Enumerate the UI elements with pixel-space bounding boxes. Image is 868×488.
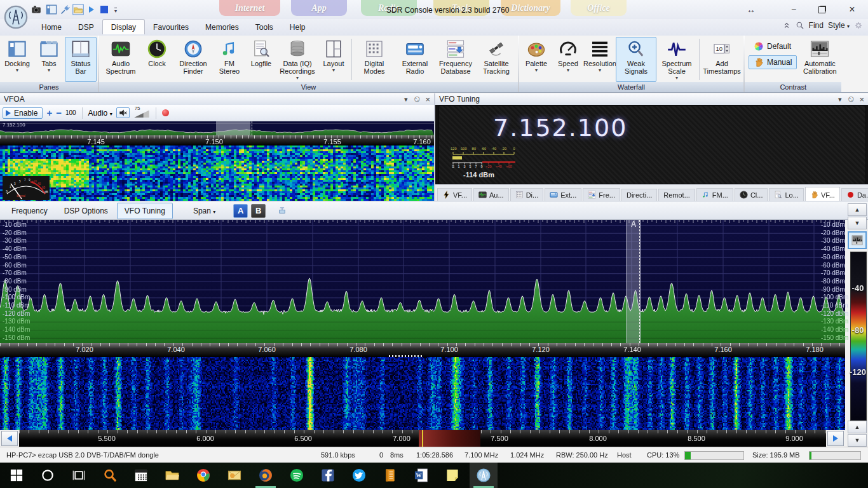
ribbon-button-digital-modes[interactable]: Digital Modes: [354, 37, 395, 82]
ribbon-button-direction-finder[interactable]: Direction Finder: [173, 37, 214, 82]
ribbon-button-data-iq-recordings[interactable]: Data (IQ) Recordings▾: [277, 37, 318, 82]
scroll-up-button[interactable]: ▲: [848, 203, 867, 216]
vfoa-frequency-scale[interactable]: 7.1457.1507.1557.160: [0, 135, 434, 146]
dock-tab-10[interactable]: VF...: [805, 187, 840, 201]
contrast-button[interactable]: [848, 231, 867, 249]
ribbon-button-layout[interactable]: Layout▾: [318, 37, 349, 82]
dock-tab-6[interactable]: Remot...: [658, 189, 695, 201]
scroll-down-button[interactable]: ▼: [848, 217, 867, 229]
quickaccess-stop-button[interactable]: [100, 4, 112, 15]
menu-tab-home[interactable]: Home: [33, 20, 70, 34]
find-label[interactable]: Find: [809, 21, 824, 30]
dock-tab-7[interactable]: FM...: [696, 188, 733, 201]
spectrum-display[interactable]: A: [0, 220, 845, 343]
span-dropdown[interactable]: Span ▾: [186, 203, 223, 219]
taskbar-sdr-console-button[interactable]: [470, 463, 498, 488]
quickaccess-docking-button[interactable]: [46, 4, 57, 15]
ribbon-button-tabs[interactable]: Tabs▾: [33, 37, 65, 82]
vfoa-waterfall[interactable]: S13579+204060dBSignal: [0, 146, 434, 201]
menu-tab-memories[interactable]: Memories: [197, 20, 247, 34]
mute-button[interactable]: [116, 107, 130, 118]
vfo-frequency-readout[interactable]: 7.152.100: [493, 114, 627, 142]
quickaccess-connect-button[interactable]: [60, 4, 71, 15]
ribbon-button-logfile[interactable]: Logfile: [245, 37, 277, 82]
dock-tab-1[interactable]: Au...: [473, 188, 509, 201]
taskbar-chrome-button[interactable]: [189, 463, 217, 488]
taskbar-twitter-button[interactable]: [345, 463, 373, 488]
ribbon-button-manual[interactable]: Manual: [749, 55, 797, 69]
ribbon-button-default[interactable]: Default: [749, 39, 797, 53]
ribbon-button-external-radio[interactable]: External Radio: [395, 37, 435, 82]
vfoa-passband[interactable]: [216, 121, 250, 135]
dock-tab-0[interactable]: VF...: [437, 188, 472, 201]
scroll-down-button[interactable]: ▼: [848, 434, 867, 447]
taskbar-facebook-button[interactable]: [314, 463, 342, 488]
pin-icon[interactable]: ⚇: [845, 94, 855, 104]
menu-tab-tools[interactable]: Tools: [247, 20, 281, 34]
dock-tab-2[interactable]: Di...: [510, 188, 544, 201]
ribbon-button-add-timestamps[interactable]: 10Add Timestamps: [702, 37, 742, 82]
close-panel-icon[interactable]: ×: [859, 95, 864, 104]
ribbon-button-docking[interactable]: Docking▾: [1, 37, 33, 82]
pin-icon[interactable]: ⚇: [411, 94, 421, 104]
ribbon-button-palette[interactable]: Palette▾: [520, 37, 552, 82]
dock-tab-4[interactable]: Fre...: [583, 188, 620, 201]
spectrum-frequency-scale[interactable]: 7.0207.0407.0607.0807.1007.1207.1407.160…: [0, 343, 845, 357]
tab-frequency[interactable]: Frequency: [4, 203, 55, 219]
zoom-out-button[interactable]: −: [56, 109, 62, 118]
vfo-a-button[interactable]: A: [233, 204, 248, 218]
ribbon-button-satellite-tracking[interactable]: Satellite Tracking: [476, 37, 517, 82]
taskbar-file-explorer-button[interactable]: [158, 463, 186, 488]
quickaccess-camera-button[interactable]: [31, 4, 42, 15]
dock-tab-5[interactable]: Directi...: [621, 189, 657, 201]
quickaccess-start-button[interactable]: [89, 4, 100, 15]
ribbon-button-resolution[interactable]: Resolution▾: [584, 37, 616, 82]
taskbar-firefox-button[interactable]: [252, 463, 280, 488]
ribbon-button-frequency-database[interactable]: Frequency Database: [435, 37, 476, 82]
menu-tab-favourites[interactable]: Favourites: [145, 20, 197, 34]
panel-menu-icon[interactable]: ▾: [838, 95, 842, 104]
dock-tab-3[interactable]: Ext...: [545, 188, 581, 201]
ribbon-button-weak-signals[interactable]: Weak Signals: [616, 37, 656, 82]
style-dropdown[interactable]: Style ▾: [828, 21, 850, 30]
quickaccess-customize-icon[interactable]: ▾: [114, 4, 126, 15]
vfo-b-button[interactable]: B: [251, 204, 266, 218]
ribbon-button-spectrum-scale[interactable]: Spectrum Scale▾: [656, 37, 697, 82]
panel-menu-icon[interactable]: ▾: [404, 95, 408, 104]
taskbar-search-app-button[interactable]: [96, 463, 124, 488]
ribbon-button-status-bar[interactable]: Status Bar: [65, 37, 97, 82]
menu-tab-display[interactable]: Display: [102, 19, 145, 34]
vfoa-mini-spectrum[interactable]: 7.152.100: [0, 121, 434, 135]
taskbar-calendar-button[interactable]: [127, 463, 155, 488]
minimize-button[interactable]: −: [783, 3, 804, 17]
ribbon-button-clock[interactable]: Clock: [141, 37, 173, 82]
undock-icon[interactable]: [277, 207, 287, 215]
taskbar-outlook-button[interactable]: [220, 463, 248, 488]
enable-button[interactable]: Enable: [3, 107, 43, 119]
taskbar-cortana-button[interactable]: [34, 463, 62, 488]
close-panel-icon[interactable]: ×: [425, 95, 430, 104]
menu-tab-dsp[interactable]: DSP: [70, 20, 102, 34]
ribbon-button-fm-stereo[interactable]: FM Stereo: [214, 37, 245, 82]
ribbon-button-speed[interactable]: Speed▾: [552, 37, 584, 82]
dock-tab-11[interactable]: Da...: [841, 188, 868, 201]
record-button[interactable]: [162, 109, 169, 116]
ribbon-button-automatic-calibration[interactable]: Automatic Calibration: [799, 37, 840, 82]
audio-dropdown[interactable]: Audio ▾: [88, 109, 112, 118]
quickaccess-open-folder-button[interactable]: [72, 4, 84, 15]
dock-tab-9[interactable]: Lo...: [769, 188, 803, 201]
taskbar-spotify-button[interactable]: [283, 463, 311, 488]
nav-left-button[interactable]: [1, 431, 18, 446]
taskbar-word-button[interactable]: W: [407, 463, 435, 488]
waterfall-colorbar[interactable]: [850, 252, 867, 421]
dock-tab-8[interactable]: Cl...: [735, 188, 768, 201]
volume-control[interactable]: 75: [133, 107, 150, 119]
tab-vfo-tuning[interactable]: VFO Tuning: [117, 203, 173, 219]
close-button[interactable]: ×: [841, 3, 863, 17]
main-waterfall[interactable]: [0, 357, 845, 430]
restore-button[interactable]: [811, 3, 832, 17]
taskbar-start-button[interactable]: [3, 463, 31, 488]
zoom-in-button[interactable]: +: [46, 109, 52, 118]
tab-dsp-options[interactable]: DSP Options: [57, 203, 116, 219]
nav-right-button[interactable]: [827, 431, 844, 446]
